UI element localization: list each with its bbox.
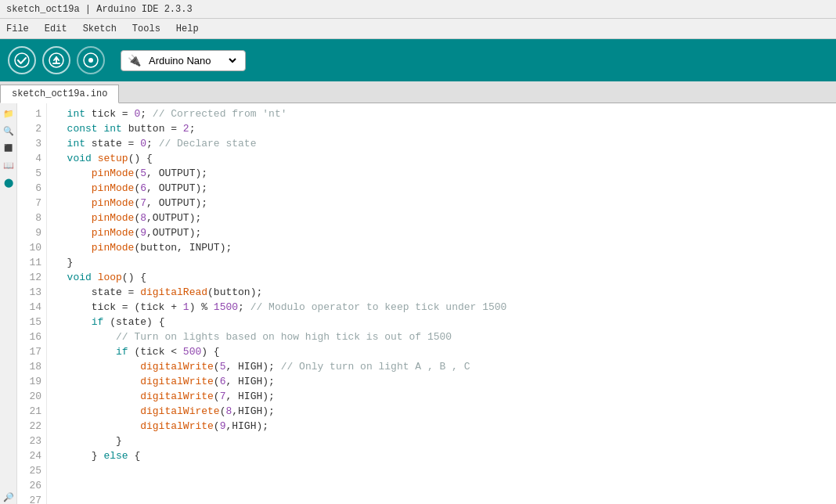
code-line-16: tick = (tick + 1) % 1500; // Modulo oper…: [47, 300, 836, 315]
code-line-2: const int button = 2;: [47, 121, 836, 136]
menu-item-file[interactable]: File: [3, 22, 32, 36]
code-line-18: if (state) {: [47, 315, 836, 329]
board-selector[interactable]: 🔌 Arduino Nano Arduino Uno Arduino Mega: [121, 50, 246, 71]
toolbar: 🔌 Arduino Nano Arduino Uno Arduino Mega: [0, 39, 836, 81]
code-line-11: pinMode(button, INPUT);: [47, 240, 836, 255]
sidebar-icon-search[interactable]: 🔍: [2, 124, 16, 138]
code-line-15: state = digitalRead(button);: [47, 285, 836, 300]
code-line-10: pinMode(9,OUTPUT);: [47, 225, 836, 240]
code-line-20: // Turn on lights based on how high tick…: [47, 329, 836, 344]
sidebar-icon-board[interactable]: ⬛: [2, 141, 16, 155]
code-line-6: pinMode(5, OUTPUT);: [47, 166, 836, 181]
code-line-5: void setup() {: [47, 151, 836, 166]
sidebar-icon-magnify[interactable]: 🔎: [2, 490, 16, 504]
tab-sketch[interactable]: sketch_oct19a.ino: [0, 85, 119, 103]
svg-point-5: [88, 58, 93, 63]
code-line-1: int tick = 0; // Corrected from 'nt': [47, 106, 836, 121]
code-line-25: digitalWirete(8,HIGH);: [47, 404, 836, 419]
tab-bar: sketch_oct19a.ino: [0, 81, 836, 103]
code-line-23: digitalWrite(6, HIGH);: [47, 374, 836, 389]
sidebar-icon-book[interactable]: 📖: [2, 158, 16, 172]
verify-button[interactable]: [8, 46, 36, 74]
title-bar: sketch_oct19a | Arduino IDE 2.3.3: [0, 0, 836, 19]
code-line-3: int state = 0; // Declare state: [47, 136, 836, 151]
menu-item-tools[interactable]: Tools: [129, 22, 164, 36]
code-line-21: if (tick < 500) {: [47, 344, 836, 359]
code-line-14: void loop() {: [47, 270, 836, 285]
sidebar-icon-debug2[interactable]: ⬤: [2, 175, 16, 189]
tab-label: sketch_oct19a.ino: [12, 88, 107, 99]
menu-bar: File Edit Sketch Tools Help: [0, 19, 836, 39]
code-line-26: digitalWrite(9,HIGH);: [47, 419, 836, 434]
sidebar: 📁 🔍 ⬛ 📖 ⬤ 🔎: [0, 103, 17, 504]
code-line-22: digitalWrite(5, HIGH); // Only turn on l…: [47, 359, 836, 374]
editor-container: 📁 🔍 ⬛ 📖 ⬤ 🔎 1 2 3 4 5 6 7 8 9 10 11 12 1…: [0, 103, 836, 504]
usb-icon: 🔌: [128, 54, 141, 67]
svg-point-0: [15, 53, 29, 67]
code-line-27: }: [47, 434, 836, 448]
menu-item-edit[interactable]: Edit: [41, 22, 70, 36]
menu-item-help[interactable]: Help: [173, 22, 202, 36]
board-dropdown[interactable]: Arduino Nano Arduino Uno Arduino Mega: [146, 54, 239, 67]
code-line-28: } else {: [47, 448, 836, 463]
code-line-7: pinMode(6, OUTPUT);: [47, 181, 836, 196]
code-line-24: digitalWrite(7, HIGH);: [47, 389, 836, 404]
title-text: sketch_oct19a | Arduino IDE 2.3.3: [6, 4, 193, 15]
debug-button[interactable]: [77, 46, 105, 74]
line-numbers: 1 2 3 4 5 6 7 8 9 10 11 12 13 14 15 16 1…: [17, 103, 47, 504]
code-line-8: pinMode(7, OUTPUT);: [47, 196, 836, 211]
code-area[interactable]: int tick = 0; // Corrected from 'nt' con…: [47, 103, 836, 504]
code-line-12: }: [47, 255, 836, 270]
code-line-9: pinMode(8,OUTPUT);: [47, 211, 836, 225]
menu-item-sketch[interactable]: Sketch: [80, 22, 120, 36]
sidebar-icon-folder[interactable]: 📁: [2, 106, 16, 121]
upload-button[interactable]: [42, 46, 70, 74]
